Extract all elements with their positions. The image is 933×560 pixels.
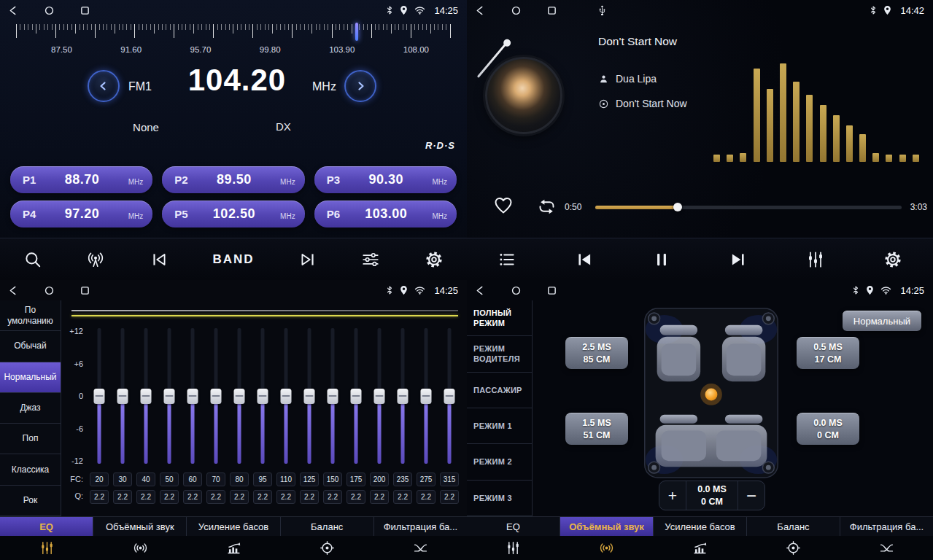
home-icon[interactable] [44,286,54,295]
back-icon[interactable] [9,6,18,15]
recents-icon[interactable] [80,286,90,295]
back-icon[interactable] [476,286,485,295]
preset-button[interactable]: P188.70MHz [10,166,152,193]
album-art[interactable] [485,57,562,134]
preset-button[interactable]: P390.30MHz [314,166,457,193]
recents-icon[interactable] [547,286,557,295]
surround-preset-button[interactable]: Нормальный [843,311,921,331]
eq-band-slider[interactable] [111,327,134,465]
next-station-icon[interactable] [298,250,317,269]
tab-icon-cell-filter[interactable] [840,536,933,560]
delay-card-front-right[interactable]: 0.5 MS 17 CM [797,337,859,369]
recents-icon[interactable] [80,6,90,15]
tab-icon-cell-balance[interactable] [746,536,840,560]
tab-icon-cell-eq[interactable] [0,536,93,560]
slider-handle[interactable] [328,389,338,404]
tab-item[interactable]: EQ [467,517,560,536]
delay-card-rear-left[interactable]: 1.5 MS 51 CM [565,413,628,445]
slider-handle[interactable] [398,389,409,404]
surround-mode-item[interactable]: ПАССАЖИР [467,373,532,408]
mixer-icon[interactable] [806,250,825,269]
eq-preset-item[interactable]: Обычай [0,331,61,362]
favorite-heart-icon[interactable] [493,195,514,216]
delay-increase-button[interactable]: + [659,481,686,510]
surround-mode-item[interactable]: РЕЖИМ 1 [467,408,532,444]
eq-band-slider[interactable] [274,327,298,465]
eq-band-slider[interactable] [321,327,344,465]
band-button[interactable]: BAND [212,252,254,267]
tab-item[interactable]: Баланс [281,517,374,536]
previous-station-icon[interactable] [150,250,169,269]
tab-item[interactable]: Фильтрация ба... [840,517,933,536]
slider-handle[interactable] [281,389,292,404]
tab-icon-cell-bass[interactable] [187,536,280,560]
search-icon[interactable] [23,250,42,269]
repeat-icon[interactable] [537,197,557,217]
eq-band-slider[interactable] [414,327,438,465]
pause-icon[interactable] [652,250,671,269]
preset-button[interactable]: P6103.00MHz [314,201,457,228]
surround-mode-item[interactable]: РЕЖИМ ВОДИТЕЛЯ [467,336,532,372]
home-icon[interactable] [44,6,54,15]
back-icon[interactable] [9,286,18,295]
slider-handle[interactable] [164,389,175,404]
equalizer-icon[interactable] [361,250,380,269]
delay-card-front-left[interactable]: 2.5 MS 85 CM [565,337,628,369]
slider-handle[interactable] [117,389,128,404]
recents-icon[interactable] [547,6,557,15]
eq-preset-item[interactable]: Рок [0,486,61,516]
eq-band-slider[interactable] [391,327,414,465]
next-track-icon[interactable] [729,250,748,269]
eq-preset-item[interactable]: Нормальный [0,362,61,393]
eq-band-slider[interactable] [251,327,274,465]
tab-item[interactable]: EQ [0,517,93,536]
tab-icon-cell-surround[interactable] [560,536,654,560]
eq-band-slider[interactable] [204,327,228,465]
eq-preset-item[interactable]: По умолчанию [0,300,61,331]
eq-band-slider[interactable] [368,327,391,465]
eq-band-slider[interactable] [438,327,461,465]
delay-decrease-button[interactable]: − [738,481,764,510]
slider-handle[interactable] [421,389,432,404]
surround-mode-item[interactable]: РЕЖИМ 3 [467,481,532,516]
tab-item[interactable]: Объёмный звук [93,517,187,536]
back-icon[interactable] [476,6,485,15]
eq-band-slider[interactable] [181,327,204,465]
tab-icon-cell-filter[interactable] [373,536,467,560]
eq-band-slider[interactable] [298,327,321,465]
surround-mode-item[interactable]: ПОЛНЫЙ РЕЖИМ [467,300,532,336]
previous-track-icon[interactable] [575,250,594,269]
tab-icon-cell-bass[interactable] [654,536,747,560]
eq-preset-item[interactable]: Классика [0,454,61,485]
eq-band-slider[interactable] [344,327,368,465]
settings-gear-icon[interactable] [425,250,444,269]
preset-button[interactable]: P497.20MHz [10,201,152,228]
eq-preset-item[interactable]: Джаз [0,393,61,424]
frequency-ruler[interactable] [16,24,451,42]
broadcast-scan-icon[interactable] [86,250,105,269]
slider-handle[interactable] [258,389,268,404]
tune-down-button[interactable] [88,70,120,102]
tab-item[interactable]: Усиление басов [654,517,747,536]
preset-button[interactable]: P5102.50MHz [162,201,304,228]
tab-icon-cell-surround[interactable] [93,536,187,560]
eq-band-slider[interactable] [158,327,181,465]
slider-handle[interactable] [234,389,245,404]
eq-band-slider[interactable] [134,327,158,465]
slider-handle[interactable] [444,389,455,404]
home-icon[interactable] [511,6,521,15]
surround-mode-item[interactable]: РЕЖИМ 2 [467,444,532,480]
preset-button[interactable]: P289.50MHz [162,166,304,193]
home-icon[interactable] [511,286,521,295]
tab-icon-cell-balance[interactable] [280,536,373,560]
slider-handle[interactable] [374,389,385,404]
tab-item[interactable]: Объёмный звук [560,517,654,536]
slider-handle[interactable] [351,389,362,404]
eq-band-slider[interactable] [228,327,251,465]
tab-icon-cell-eq[interactable] [467,536,560,560]
delay-card-rear-right[interactable]: 0.0 MS 0 CM [797,413,859,445]
slider-handle[interactable] [187,389,198,404]
tuning-pointer[interactable] [355,23,358,41]
slider-handle[interactable] [141,389,152,404]
slider-handle[interactable] [94,389,105,404]
